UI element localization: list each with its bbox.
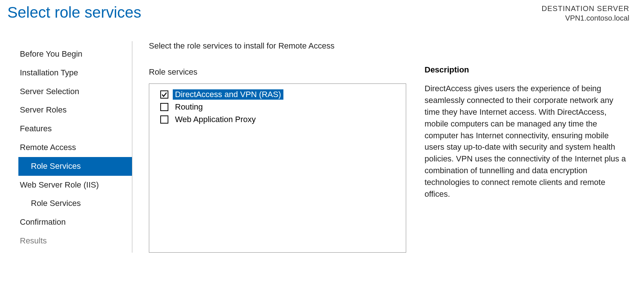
role-service-row: Routing bbox=[160, 102, 395, 112]
nav-item[interactable]: Confirmation bbox=[18, 213, 132, 232]
nav-item[interactable]: Server Roles bbox=[18, 101, 132, 120]
role-service-label[interactable]: DirectAccess and VPN (RAS) bbox=[173, 89, 283, 100]
description-heading: Description bbox=[425, 65, 629, 75]
description-text: DirectAccess gives users the experience … bbox=[425, 83, 629, 200]
destination-server-label: DESTINATION SERVER bbox=[542, 4, 629, 13]
checkbox[interactable] bbox=[160, 103, 168, 111]
nav-item[interactable]: Server Selection bbox=[18, 82, 132, 101]
nav-item[interactable]: Features bbox=[18, 120, 132, 138]
instruction-text: Select the role services to install for … bbox=[149, 41, 406, 51]
nav-item[interactable]: Before You Begin bbox=[18, 45, 132, 64]
role-service-row: Web Application Proxy bbox=[160, 114, 395, 125]
destination-server-block: DESTINATION SERVER VPN1.contoso.local bbox=[542, 4, 629, 23]
role-services-column: Select the role services to install for … bbox=[149, 41, 406, 253]
nav-item[interactable]: Remote Access bbox=[18, 138, 132, 157]
role-service-label[interactable]: Web Application Proxy bbox=[173, 114, 258, 125]
wizard-header: Select role services DESTINATION SERVER … bbox=[0, 0, 644, 30]
nav-item[interactable]: Role Services bbox=[18, 194, 132, 213]
nav-item[interactable]: Role Services bbox=[18, 157, 132, 176]
wizard-nav: Before You BeginInstallation TypeServer … bbox=[18, 41, 132, 253]
role-service-label[interactable]: Routing bbox=[173, 102, 205, 112]
role-service-row: DirectAccess and VPN (RAS) bbox=[160, 89, 395, 100]
checkbox[interactable] bbox=[160, 90, 168, 99]
nav-item: Results bbox=[18, 232, 132, 250]
content-area: Select the role services to install for … bbox=[132, 41, 629, 253]
checkmark-icon bbox=[161, 92, 167, 97]
destination-server-name: VPN1.contoso.local bbox=[542, 13, 629, 23]
page-title: Select role services bbox=[7, 4, 141, 21]
role-services-list: DirectAccess and VPN (RAS)RoutingWeb App… bbox=[149, 83, 406, 253]
description-column: Description DirectAccess gives users the… bbox=[406, 41, 629, 253]
wizard-body: Before You BeginInstallation TypeServer … bbox=[0, 30, 644, 253]
nav-item[interactable]: Installation Type bbox=[18, 64, 132, 82]
role-services-label: Role services bbox=[149, 67, 406, 77]
checkbox[interactable] bbox=[160, 115, 168, 124]
nav-item[interactable]: Web Server Role (IIS) bbox=[18, 176, 132, 195]
